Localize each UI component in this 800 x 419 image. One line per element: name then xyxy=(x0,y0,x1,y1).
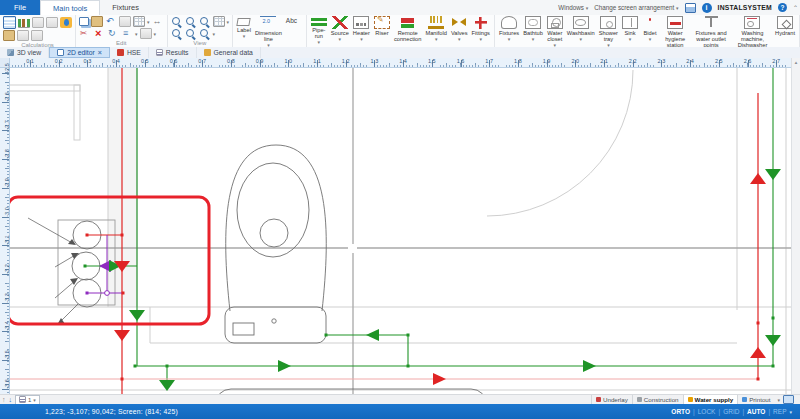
tab-hse[interactable]: HSE xyxy=(110,47,149,58)
sheet-selector[interactable]: 1 ▾ xyxy=(15,395,40,405)
layer-tab-underlay[interactable]: Underlay xyxy=(591,395,632,405)
grey-icon[interactable] xyxy=(32,17,44,28)
paste-icon[interactable] xyxy=(91,16,103,27)
chart-icon[interactable] xyxy=(18,17,30,28)
drop-icon[interactable] xyxy=(60,17,72,28)
construction-walls[interactable] xyxy=(10,68,791,394)
fittings-button[interactable]: Fittings▾ xyxy=(471,16,491,42)
ruler-label: 0,3 xyxy=(84,58,92,64)
screen-arrangement-menu[interactable]: Change screen arrangement ▾ xyxy=(594,4,678,11)
undo-icon[interactable] xyxy=(105,16,117,27)
sink-button[interactable]: Sink▾ xyxy=(621,16,639,42)
vertical-scrollbar[interactable]: ▲ xyxy=(791,58,800,394)
toggle-lock[interactable]: LOCK xyxy=(698,408,716,415)
chevron-down-icon[interactable]: ▾ xyxy=(147,19,150,25)
windows-menu[interactable]: Windows ▾ xyxy=(558,4,588,11)
chevron-down-icon: ▾ xyxy=(360,36,363,42)
ribbon-group-edit: ▾▾▾Edit xyxy=(76,15,168,47)
chevron-down-icon[interactable]: ▾ xyxy=(154,31,157,37)
water-closet-button[interactable]: Water closet▾ xyxy=(546,16,564,48)
dim-icon xyxy=(260,16,276,29)
washbasin-button[interactable]: Washbasin▾ xyxy=(566,16,596,42)
ribbon-tab-file[interactable]: File xyxy=(0,0,40,15)
tab-results[interactable]: Results xyxy=(149,47,197,58)
ribbon-tab-main-tools[interactable]: Main tools xyxy=(40,0,100,15)
zoom-icon[interactable] xyxy=(171,28,183,39)
toggle-grid[interactable]: GRID xyxy=(723,408,739,415)
grey-icon[interactable] xyxy=(46,17,58,28)
dimension-line-button[interactable]: Dimension line▾ xyxy=(254,16,283,48)
ruler-label: 1,1 xyxy=(313,58,321,64)
chevron-down-icon[interactable]: ▾ xyxy=(227,19,230,25)
bidet-icon xyxy=(642,16,658,29)
water-closet-fixture[interactable] xyxy=(225,145,326,343)
align-icon[interactable] xyxy=(121,28,133,39)
tab-3d-view[interactable]: 3D view xyxy=(0,47,49,58)
fixtures-button[interactable]: Fixtures▾ xyxy=(498,16,520,42)
grid-icon[interactable] xyxy=(213,16,225,27)
heater-button[interactable]: Heater▾ xyxy=(352,16,371,42)
valves-button[interactable]: Valves▾ xyxy=(450,16,469,42)
doc-icon[interactable] xyxy=(3,16,16,29)
washbasin-icon xyxy=(573,16,589,29)
chevron-down-icon[interactable]: ▾ xyxy=(213,31,216,37)
grid-icon[interactable] xyxy=(133,16,145,27)
grey-icon[interactable] xyxy=(119,16,131,27)
chevron-down-icon: ▾ xyxy=(580,36,583,42)
zoom-icon[interactable] xyxy=(199,28,211,39)
toggle-orto[interactable]: ORTO xyxy=(671,408,690,415)
toggle-rep[interactable]: REP xyxy=(773,408,786,415)
collapse-ribbon-icon[interactable]: ⌃ xyxy=(793,4,798,11)
bathtub-button[interactable]: Bathtub▾ xyxy=(522,16,544,42)
save-icon[interactable] xyxy=(685,3,696,13)
tab-2d-editor[interactable]: 2D editor× xyxy=(49,47,110,58)
chevron-down-icon[interactable]: ▾ xyxy=(774,397,783,403)
abc-button[interactable] xyxy=(285,16,303,29)
ribbon-tab-fixtures[interactable]: Fixtures xyxy=(100,0,151,15)
cursor-coordinates: 1,223; -3,107; 90,042; Screen: (814; 425… xyxy=(45,408,178,415)
sheet-number: 1 xyxy=(28,397,31,403)
del-icon[interactable] xyxy=(93,28,105,39)
ruler-label: 1,3 xyxy=(371,58,379,64)
zoom-icon[interactable] xyxy=(171,16,183,27)
shower-tray-button[interactable]: Shower tray▾ xyxy=(598,16,619,48)
help-icon[interactable]: ? xyxy=(778,3,787,12)
bathtub-icon xyxy=(525,16,541,29)
grey-icon[interactable] xyxy=(140,28,152,39)
copy-icon[interactable] xyxy=(79,17,89,26)
sheet-icon xyxy=(19,396,26,403)
arrow-down-icon[interactable]: ↓ xyxy=(9,396,13,404)
chevron-down-icon[interactable]: ▾ xyxy=(789,409,792,415)
rot-icon[interactable] xyxy=(107,28,119,39)
grey-icon[interactable] xyxy=(17,30,29,41)
zoom-icon[interactable] xyxy=(199,16,211,27)
toggle-auto[interactable]: AUTO xyxy=(747,408,765,415)
cut-icon[interactable] xyxy=(79,28,91,39)
arrow-up-icon[interactable]: ↑ xyxy=(2,396,6,404)
zoom-icon[interactable] xyxy=(185,16,197,27)
ruler-label: 1,8 xyxy=(514,58,522,64)
close-icon[interactable]: × xyxy=(98,49,102,56)
remote-connection-button[interactable]: Remote connection xyxy=(393,16,423,42)
chevron-down-icon: ▾ xyxy=(33,397,36,403)
move-icon[interactable] xyxy=(152,16,164,27)
hydrant-button[interactable]: Hydrant xyxy=(774,16,796,36)
grey-icon[interactable] xyxy=(31,30,43,41)
layer-tab-printout[interactable]: Printout xyxy=(737,395,774,405)
source-button[interactable]: Source▾ xyxy=(330,16,350,42)
tab-general-data[interactable]: General data xyxy=(197,47,261,58)
pipe-run-button[interactable]: Pipe-run▾ xyxy=(310,16,328,45)
zoom-icon[interactable] xyxy=(185,28,197,39)
riser-button[interactable]: Riser xyxy=(373,16,391,36)
manifold-button[interactable]: Manifold▾ xyxy=(424,16,448,42)
layer-tab-water-supply[interactable]: Water supply xyxy=(683,395,738,405)
screen-layout-icon[interactable] xyxy=(783,395,794,404)
chevron-down-icon[interactable]: ▾ xyxy=(135,31,138,37)
label-button[interactable]: Label▾ xyxy=(236,16,252,39)
layer-tab-construction[interactable]: Construction xyxy=(632,395,683,405)
ruler-label: 1,2 xyxy=(342,58,350,64)
drawing-canvas[interactable] xyxy=(10,68,791,394)
scroll-up-icon[interactable]: ▲ xyxy=(792,58,800,68)
paste-icon[interactable] xyxy=(3,30,15,41)
bidet-button[interactable]: Bidet▾ xyxy=(641,16,659,42)
